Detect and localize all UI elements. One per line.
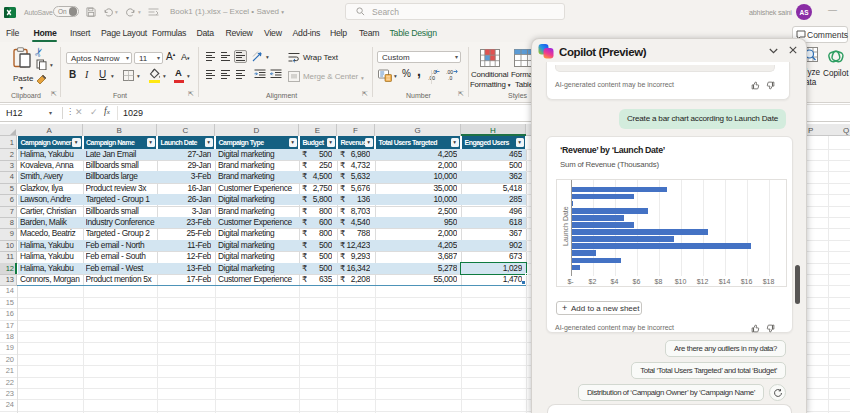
svg-text:.0: .0	[448, 75, 452, 81]
